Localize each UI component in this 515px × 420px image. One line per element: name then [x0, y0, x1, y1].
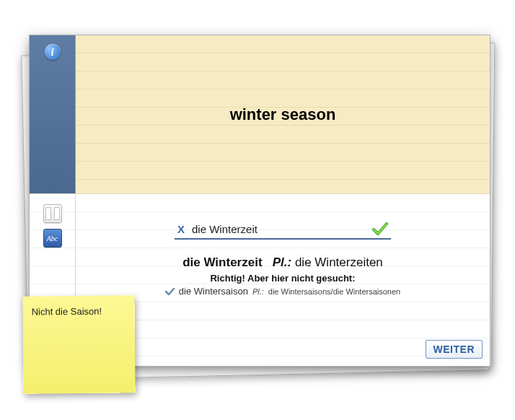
plural-value: die Winterzeiten [295, 255, 383, 269]
side-tab: i [30, 35, 76, 193]
clear-input-icon[interactable]: X [177, 223, 185, 235]
solution-word: die Winterzeit [182, 255, 262, 269]
answer-input[interactable]: die Winterzeit [192, 223, 365, 235]
dictionary-icon[interactable]: Abc [43, 229, 62, 248]
sticky-note[interactable]: Nicht die Saison! [22, 295, 135, 393]
solution-line: die Winterzeit Pl.: die Winterzeiten [97, 255, 468, 270]
next-button[interactable]: WEITER [426, 340, 483, 359]
alternative-row: die Wintersaison Pl.: die Wintersaisons/… [97, 286, 468, 297]
prompt-section: i winter season [30, 35, 490, 194]
prompt-text: winter season [230, 105, 336, 124]
answer-input-row: X die Winterzeit [175, 220, 391, 240]
plural-label: Pl.: [273, 255, 291, 269]
split-view-icon[interactable] [43, 204, 62, 223]
info-icon[interactable]: i [45, 44, 61, 60]
alternative-plural-label: Pl.: [252, 287, 264, 296]
alt-check-icon [165, 287, 175, 296]
feedback-text: Richtig! Aber hier nicht gesucht: [97, 273, 468, 284]
answer-area: X die Winterzeit die Winterzeit Pl.: die… [76, 194, 490, 366]
prompt-area: winter season [76, 35, 490, 193]
correct-check-icon [372, 222, 388, 236]
alternative-word: die Wintersaison [179, 286, 248, 297]
alternative-plural-value: die Wintersaisons/die Wintersaisonen [268, 287, 400, 296]
